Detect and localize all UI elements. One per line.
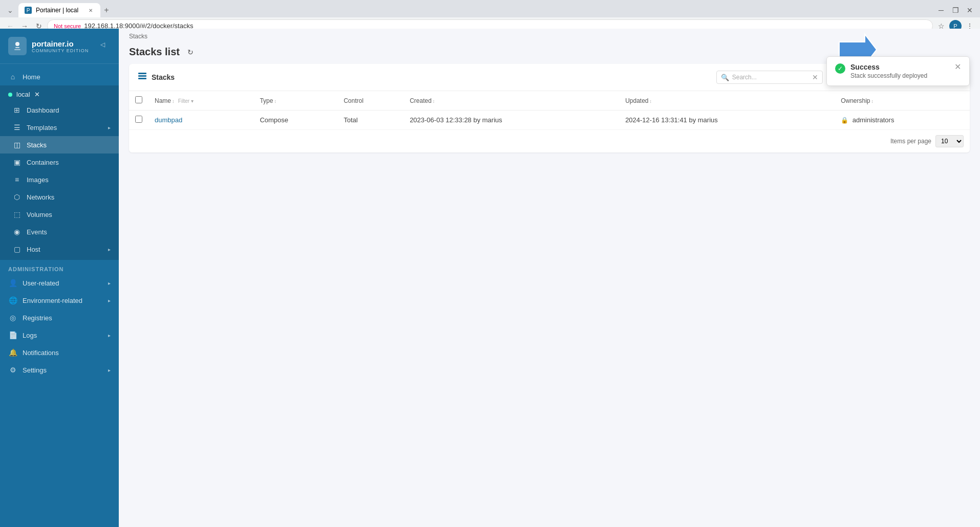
toast-content: Success Stack successfully deployed <box>850 63 949 79</box>
window-controls: ─ ❐ ✕ <box>935 4 976 16</box>
stacks-icon: ◫ <box>12 140 22 149</box>
items-per-page-label: Items per page <box>890 138 931 145</box>
col-name[interactable]: Name↕ Filter ▾ <box>148 91 253 111</box>
row-checkbox[interactable] <box>135 116 142 123</box>
templates-icon: ☰ <box>12 123 22 132</box>
sidebar-item-registries[interactable]: ◎ Registries <box>0 309 119 326</box>
browser-tab-bar: ⌄ P Portainer | local ✕ + ─ ❐ ✕ <box>0 0 980 17</box>
ownership-icon: 🔒 <box>841 117 848 124</box>
main-content: Stacks Stacks list ↻ <box>119 29 980 527</box>
sidebar-item-logs[interactable]: 📄 Logs ▸ <box>0 326 119 344</box>
host-chevron: ▸ <box>108 247 111 252</box>
col-updated[interactable]: Updated↕ <box>619 91 835 111</box>
sidebar-nav: ⌂ Home local ✕ ⊞ Dashboard ☰ Templ <box>0 64 119 527</box>
sidebar-item-env-related[interactable]: 🌐 Environment-related ▸ <box>0 292 119 309</box>
search-input[interactable] <box>732 74 809 81</box>
search-box[interactable]: 🔍 ✕ <box>716 71 823 84</box>
dashboard-icon: ⊞ <box>12 105 22 115</box>
row-control-cell: Total <box>337 111 403 130</box>
new-tab-btn[interactable]: + <box>100 4 113 16</box>
volumes-icon: ⬚ <box>12 210 22 219</box>
env-name: local <box>16 91 30 98</box>
home-label: Home <box>23 73 111 81</box>
env-close-icon[interactable]: ✕ <box>34 91 40 98</box>
notifications-icon: 🔔 <box>8 348 17 357</box>
stacks-label: Stacks <box>27 141 111 149</box>
breadcrumb: Stacks <box>119 29 980 44</box>
sidebar-collapse-btn[interactable]: ◁ <box>100 41 111 51</box>
events-icon: ◉ <box>12 227 22 236</box>
app-name: portainer.io <box>32 39 89 48</box>
registries-label: Registries <box>23 314 111 322</box>
sidebar-item-containers[interactable]: ▣ Containers <box>0 153 119 171</box>
images-label: Images <box>27 176 111 184</box>
row-name-cell: dumbpad <box>148 111 253 130</box>
networks-label: Networks <box>27 193 111 201</box>
maximize-btn[interactable]: ❐ <box>949 4 962 16</box>
row-created-cell: 2023-06-03 12:33:28 by marius <box>403 111 619 130</box>
success-toast: ✓ Success Stack successfully deployed ✕ <box>826 56 970 86</box>
sidebar-item-dashboard[interactable]: ⊞ Dashboard <box>0 101 119 119</box>
items-per-page-select[interactable]: 10 25 50 100 <box>935 135 964 147</box>
search-clear-btn[interactable]: ✕ <box>812 73 818 81</box>
admin-section-label: Administration <box>0 260 119 274</box>
settings-label: Settings <box>23 366 103 374</box>
sidebar-item-events[interactable]: ◉ Events <box>0 223 119 240</box>
home-icon: ⌂ <box>8 72 17 81</box>
sidebar-item-networks[interactable]: ⬡ Networks <box>0 188 119 206</box>
col-type[interactable]: Type↕ <box>253 91 337 111</box>
name-filter-btn[interactable]: Filter ▾ <box>178 98 194 104</box>
refresh-btn[interactable]: ↻ <box>185 47 196 58</box>
sidebar-item-volumes[interactable]: ⬚ Volumes <box>0 206 119 223</box>
row-ownership-cell: 🔒 administrators <box>835 111 970 130</box>
env-status-indicator <box>8 93 12 97</box>
sidebar-item-host[interactable]: ▢ Host ▸ <box>0 240 119 258</box>
sidebar-item-notifications[interactable]: 🔔 Notifications <box>0 344 119 361</box>
images-icon: ≡ <box>12 175 22 184</box>
sidebar-item-stacks[interactable]: ◫ Stacks <box>0 136 119 153</box>
row-checkbox-cell <box>129 111 148 130</box>
browser-menu-btn[interactable]: ⌄ <box>4 4 16 16</box>
sidebar-item-templates[interactable]: ☰ Templates ▸ <box>0 119 119 136</box>
sidebar-item-images[interactable]: ≡ Images <box>0 171 119 188</box>
stacks-card-icon <box>137 71 147 84</box>
sidebar-logo: portainer.io COMMUNITY EDITION ◁ <box>0 29 119 64</box>
col-created[interactable]: Created↕ <box>403 91 619 111</box>
sidebar-item-user-related[interactable]: 👤 User-related ▸ <box>0 274 119 292</box>
user-related-chevron: ▸ <box>108 280 111 286</box>
ownership-value: administrators <box>853 116 894 124</box>
page-title: Stacks list <box>129 46 180 58</box>
minimize-btn[interactable]: ─ <box>935 4 947 16</box>
content-area: Stacks 🔍 ✕ 🗑 Remove + Add <box>119 64 980 527</box>
name-sort-icon: ↕ <box>172 99 175 104</box>
env-local[interactable]: local ✕ <box>0 87 119 101</box>
select-all-checkbox[interactable] <box>135 96 142 103</box>
items-per-page: Items per page 10 25 50 100 <box>129 130 970 152</box>
user-related-icon: 👤 <box>8 278 17 288</box>
search-icon: 🔍 <box>721 74 729 81</box>
sidebar-item-home[interactable]: ⌂ Home <box>0 68 119 85</box>
templates-label: Templates <box>27 124 103 131</box>
table-row: dumbpad Compose Total 2023-06-03 12:33:2… <box>129 111 970 130</box>
toast-close-btn[interactable]: ✕ <box>954 63 961 71</box>
env-related-label: Environment-related <box>23 297 103 304</box>
created-sort-icon: ↕ <box>433 99 435 104</box>
browser-tab[interactable]: P Portainer | local ✕ <box>18 3 100 17</box>
stack-name-link[interactable]: dumbpad <box>155 116 182 124</box>
events-label: Events <box>27 228 111 236</box>
tab-close-btn[interactable]: ✕ <box>87 7 94 14</box>
updated-sort-icon: ↕ <box>650 99 652 104</box>
row-type-cell: Compose <box>253 111 337 130</box>
user-related-label: User-related <box>23 279 103 287</box>
app: portainer.io COMMUNITY EDITION ◁ ⌂ Home … <box>0 29 980 527</box>
svg-rect-2 <box>14 49 20 50</box>
sidebar-item-settings[interactable]: ⚙ Settings ▸ <box>0 361 119 379</box>
volumes-label: Volumes <box>27 211 111 218</box>
env-section: local ✕ ⊞ Dashboard ☰ Templates ▸ ◫ <box>0 85 119 260</box>
networks-icon: ⬡ <box>12 192 22 202</box>
col-ownership[interactable]: Ownership↕ <box>835 91 970 111</box>
toast-title: Success <box>850 63 949 71</box>
window-close-btn[interactable]: ✕ <box>964 4 976 16</box>
containers-label: Containers <box>27 159 111 166</box>
table-header: Name↕ Filter ▾ Type↕ Control Created↕ Up… <box>129 91 970 111</box>
